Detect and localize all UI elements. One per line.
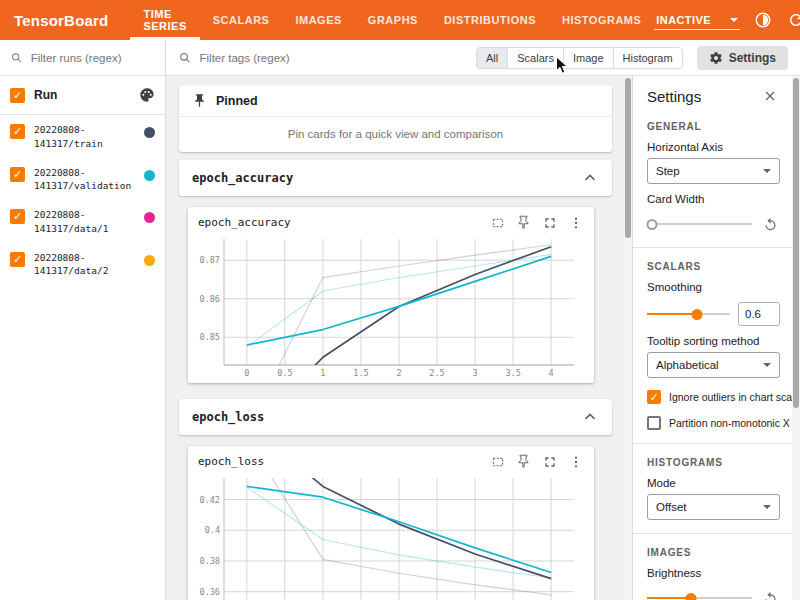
tab-distributions[interactable]: DISTRIBUTIONS xyxy=(431,0,549,40)
svg-text:2.5: 2.5 xyxy=(429,368,444,378)
tooltip-sort-label: Tooltip sorting method xyxy=(647,335,780,347)
settings-scrollbar[interactable] xyxy=(792,76,800,600)
brightness-label: Brightness xyxy=(647,567,780,579)
histogram-mode-select[interactable]: Offset xyxy=(647,494,780,520)
chevron-up-icon[interactable] xyxy=(581,408,599,426)
search-icon xyxy=(10,50,24,66)
tab-time-series[interactable]: TIME SERIES xyxy=(130,0,199,40)
run-color-dot xyxy=(144,170,155,181)
run-row-train[interactable]: ✓ 20220808-141317/train xyxy=(0,115,165,158)
pin-icon[interactable] xyxy=(515,453,532,470)
run-row-validation[interactable]: ✓ 20220808-141317/validation xyxy=(0,158,165,201)
section-header-epoch-loss[interactable]: epoch_loss xyxy=(179,399,612,435)
smoothing-slider[interactable] xyxy=(647,307,730,321)
card-width-label: Card Width xyxy=(647,193,780,205)
scrollbar-thumb[interactable] xyxy=(793,78,799,408)
runs-header-row: ✓ Run xyxy=(0,76,165,115)
select-all-runs-checkbox[interactable]: ✓ xyxy=(10,88,25,103)
run-checkbox[interactable]: ✓ xyxy=(10,124,25,139)
app-header: TensorBoard TIME SERIES SCALARS IMAGES G… xyxy=(0,0,800,40)
pinned-title: Pinned xyxy=(216,94,258,108)
reset-icon[interactable] xyxy=(760,588,780,600)
tooltip-sort-value: Alphabetical xyxy=(656,359,719,371)
epoch-accuracy-chart[interactable]: 00.511.522.533.540.850.860.87 xyxy=(190,233,582,383)
card-actions xyxy=(489,214,584,231)
run-checkbox[interactable]: ✓ xyxy=(10,252,25,267)
tensorboard-app: TensorBoard TIME SERIES SCALARS IMAGES G… xyxy=(0,0,800,600)
chip-scalars-label: Scalars xyxy=(517,52,554,64)
tooltip-sort-select[interactable]: Alphabetical xyxy=(647,352,780,378)
settings-panel-title: Settings xyxy=(647,88,701,105)
ignore-outliers-checkbox[interactable]: ✓ Ignore outliers in chart scaling xyxy=(647,390,780,404)
chevron-down-icon xyxy=(763,363,771,367)
epoch-loss-chart[interactable]: 00.511.522.533.540.360.380.40.42 xyxy=(190,472,582,600)
run-color-dot xyxy=(144,127,155,138)
tags-toolbar: All Scalars Image Histogram Settings xyxy=(166,40,800,76)
tab-images[interactable]: IMAGES xyxy=(282,0,354,40)
pinned-header: Pinned xyxy=(179,85,612,117)
section-header-epoch-accuracy[interactable]: epoch_accuracy xyxy=(179,160,612,196)
run-checkbox[interactable]: ✓ xyxy=(10,209,25,224)
inactive-label: INACTIVE xyxy=(656,14,711,26)
chip-scalars[interactable]: Scalars xyxy=(507,47,564,69)
run-filter xyxy=(0,40,165,76)
histograms-heading: HISTOGRAMS xyxy=(647,457,780,468)
app-title: TensorBoard xyxy=(0,0,130,40)
more-options-icon[interactable] xyxy=(567,453,584,470)
tab-graphs[interactable]: GRAPHS xyxy=(355,0,431,40)
pin-icon[interactable] xyxy=(515,214,532,231)
svg-text:0: 0 xyxy=(244,368,249,378)
run-checkbox[interactable]: ✓ xyxy=(10,167,25,182)
run-label: 20220808-141317/data/2 xyxy=(34,251,135,279)
settings-button[interactable]: Settings xyxy=(697,46,788,70)
settings-button-label: Settings xyxy=(729,51,776,65)
checkbox-icon: ✓ xyxy=(647,390,661,404)
chevron-down-icon xyxy=(730,18,738,22)
svg-text:1: 1 xyxy=(320,368,325,378)
tab-scalars[interactable]: SCALARS xyxy=(200,0,283,40)
settings-panel-header: Settings xyxy=(647,86,780,108)
run-row-data-2[interactable]: ✓ 20220808-141317/data/2 xyxy=(0,243,165,286)
svg-text:3.5: 3.5 xyxy=(505,368,520,378)
fit-domain-icon[interactable] xyxy=(489,453,506,470)
svg-text:4: 4 xyxy=(549,368,554,378)
scalar-card-epoch-accuracy: epoch_accuracy 00.511.522.533.540.850.86… xyxy=(188,207,594,383)
horizontal-axis-select[interactable]: Step xyxy=(647,158,780,184)
chip-histogram[interactable]: Histogram xyxy=(613,47,683,69)
smoothing-input[interactable] xyxy=(738,302,780,326)
chip-all[interactable]: All xyxy=(476,47,508,69)
checkbox-icon: ✓ xyxy=(647,416,661,430)
tab-histograms[interactable]: HISTOGRAMS xyxy=(549,0,654,40)
main-scrollbar[interactable] xyxy=(624,76,632,600)
fit-domain-icon[interactable] xyxy=(489,214,506,231)
ignore-outliers-label: Ignore outliers in chart scaling xyxy=(669,391,800,403)
partition-x-axis-checkbox[interactable]: ✓ Partition non-monotonic X axis xyxy=(647,416,780,430)
close-icon[interactable] xyxy=(760,86,780,106)
svg-text:0.4: 0.4 xyxy=(205,525,220,535)
inactive-dashboards-select[interactable]: INACTIVE xyxy=(654,11,740,30)
chevron-up-icon[interactable] xyxy=(581,169,599,187)
section-title: epoch_accuracy xyxy=(192,171,293,185)
settings-panel: Settings GENERAL Horizontal Axis Step Ca… xyxy=(632,76,800,600)
scalar-card-epoch-loss: epoch_loss 00.511.522.533.540.360.380.40… xyxy=(188,446,594,600)
more-options-icon[interactable] xyxy=(567,214,584,231)
search-icon xyxy=(178,50,193,66)
run-color-dot xyxy=(144,212,155,223)
cards-area: Pinned Pin cards for a quick view and co… xyxy=(166,76,632,600)
scalars-heading: SCALARS xyxy=(647,261,780,272)
brightness-slider[interactable] xyxy=(647,591,752,600)
tag-filter-input[interactable] xyxy=(200,52,409,64)
dark-mode-toggle-icon[interactable] xyxy=(753,10,773,30)
refresh-icon[interactable] xyxy=(786,10,800,30)
runs-column-label: Run xyxy=(34,88,130,102)
chip-image[interactable]: Image xyxy=(563,47,614,69)
run-label: 20220808-141317/validation xyxy=(34,166,135,194)
fullscreen-icon[interactable] xyxy=(541,214,558,231)
card-width-slider[interactable] xyxy=(647,217,752,231)
reset-icon[interactable] xyxy=(760,214,780,234)
run-filter-input[interactable] xyxy=(31,52,155,64)
fullscreen-icon[interactable] xyxy=(541,453,558,470)
scrollbar-thumb[interactable] xyxy=(625,78,631,238)
svg-text:0.86: 0.86 xyxy=(200,294,220,304)
run-row-data-1[interactable]: ✓ 20220808-141317/data/1 xyxy=(0,200,165,243)
